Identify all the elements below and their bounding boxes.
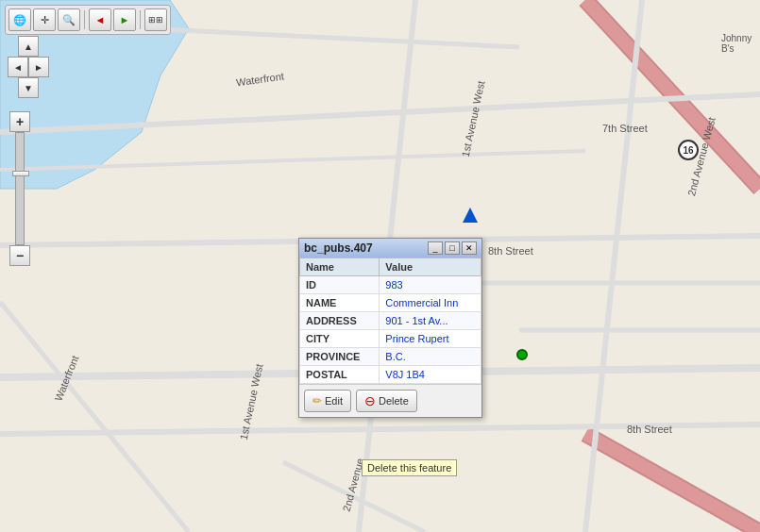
crosshair-tool-button[interactable]: ✛ [33, 8, 56, 31]
grid-tool-button[interactable]: ⊞⊞ [144, 8, 167, 31]
delete-button-label: Delete [379, 395, 409, 407]
edit-button-label: Edit [325, 395, 343, 407]
globe-tool-button[interactable]: 🌐 [8, 8, 31, 31]
pan-controls: ▲ ◄ ► ▼ [8, 36, 49, 98]
attr-value-cell: V8J 1B4 [380, 366, 481, 384]
table-row: PROVINCEB.C. [300, 348, 481, 366]
back-tool-button[interactable]: ◄ [89, 8, 111, 31]
zoom-slider-thumb[interactable] [12, 171, 29, 176]
delete-icon: ⊖ [364, 393, 376, 408]
map-marker [463, 208, 478, 223]
table-row: CITYPrince Rupert [300, 330, 481, 348]
attr-name-cell: POSTAL [300, 366, 380, 384]
attr-name-cell: ADDRESS [300, 312, 380, 330]
col-header-name: Name [300, 258, 380, 276]
attribute-table-body: ID983NAMECommercial InnADDRESS901 - 1st … [300, 276, 481, 384]
attr-value-cell: 983 [380, 276, 481, 294]
attribute-table: Name Value ID983NAMECommercial InnADDRES… [299, 258, 481, 384]
zoom-in-button[interactable]: + [9, 111, 30, 132]
zoom-out-button[interactable]: − [9, 245, 30, 266]
pan-right-button[interactable]: ► [28, 57, 49, 77]
col-header-value: Value [380, 258, 481, 276]
nav-toolbar: 🌐 ✛ 🔍 ◄ ► ⊞⊞ [5, 5, 171, 35]
edit-icon: ✏ [312, 394, 322, 407]
attr-value-cell: 901 - 1st Av... [380, 312, 481, 330]
attr-name-cell: NAME [300, 294, 380, 312]
popup-restore-button[interactable]: □ [445, 241, 460, 255]
popup-minimize-button[interactable]: _ [428, 241, 443, 255]
pan-down-button[interactable]: ▼ [18, 77, 39, 98]
delete-button[interactable]: ⊖ Delete [356, 390, 417, 412]
popup-controls: _ □ ✕ [428, 241, 477, 255]
green-dot-marker [516, 349, 528, 360]
pan-up-button[interactable]: ▲ [18, 36, 39, 57]
attr-name-cell: CITY [300, 330, 380, 348]
table-row: NAMECommercial Inn [300, 294, 481, 312]
attr-value-cell: Commercial Inn [380, 294, 481, 312]
table-row: POSTALV8J 1B4 [300, 366, 481, 384]
attr-value-cell: B.C. [380, 348, 481, 366]
delete-tooltip-text: Delete this feature [367, 462, 451, 474]
zoom-controls: + − [9, 111, 30, 266]
map-container: Waterfront Waterfront 1st Avenue West 1s… [0, 0, 760, 532]
attr-name-cell: PROVINCE [300, 348, 380, 366]
popup-footer: ✏ Edit ⊖ Delete [299, 384, 481, 417]
table-row: ADDRESS901 - 1st Av... [300, 312, 481, 330]
popup-close-button[interactable]: ✕ [462, 241, 477, 255]
feature-popup: bc_pubs.407 _ □ ✕ Name Value ID983NAMECo… [298, 238, 482, 418]
delete-tooltip: Delete this feature [362, 459, 457, 476]
popup-titlebar[interactable]: bc_pubs.407 _ □ ✕ [299, 239, 481, 258]
edit-button[interactable]: ✏ Edit [304, 390, 351, 412]
attr-value-cell: Prince Rupert [380, 330, 481, 348]
attr-name-cell: ID [300, 276, 380, 294]
table-row: ID983 [300, 276, 481, 294]
popup-title: bc_pubs.407 [304, 241, 373, 255]
pan-left-button[interactable]: ◄ [8, 57, 28, 77]
forward-tool-button[interactable]: ► [113, 8, 136, 31]
route-badge: 16 [678, 140, 699, 160]
toolbar-separator-1 [84, 10, 85, 29]
toolbar-separator-2 [140, 10, 141, 29]
zoom-slider-track[interactable] [15, 132, 25, 245]
zoom-tool-button[interactable]: 🔍 [58, 8, 80, 31]
